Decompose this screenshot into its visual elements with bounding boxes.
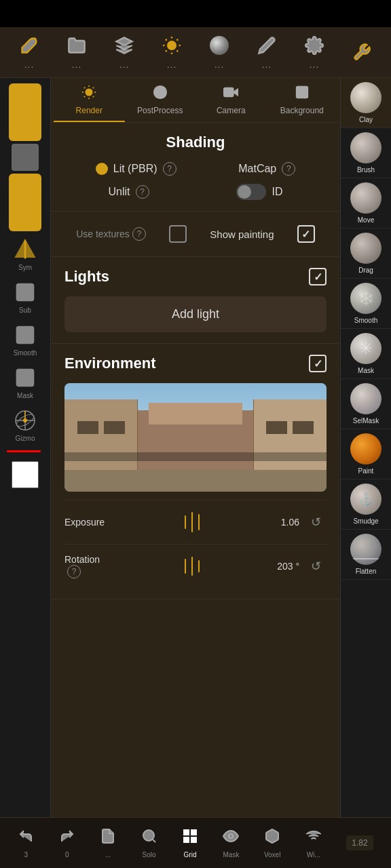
bottom-grid[interactable]: Grid bbox=[182, 828, 198, 859]
tool-mask[interactable]: ✳ Mask bbox=[341, 329, 391, 379]
sidebar-tool-gizmo[interactable]: Gizmo bbox=[10, 405, 41, 445]
svg-line-5 bbox=[176, 50, 178, 52]
toolbar-settings[interactable]: ... bbox=[303, 35, 325, 70]
tab-postprocess-label: PostProcess bbox=[137, 106, 183, 115]
tab-camera-icon bbox=[223, 85, 238, 103]
mask-left-label: Mask bbox=[17, 392, 33, 399]
voxel-label: Voxel bbox=[264, 851, 280, 859]
tab-camera[interactable]: Camera bbox=[196, 78, 267, 122]
shading-lit-pbr[interactable]: Lit (PBR) ? bbox=[96, 162, 176, 176]
toolbar-wrench[interactable] bbox=[351, 41, 373, 63]
svg-rect-41 bbox=[184, 830, 189, 835]
toolbar-brush[interactable]: ... bbox=[18, 35, 40, 70]
color-picker[interactable] bbox=[12, 461, 39, 488]
bottom-voxel[interactable]: Voxel bbox=[264, 828, 280, 859]
sym-label: Sym bbox=[18, 264, 32, 271]
bottom-solo[interactable]: Solo bbox=[141, 828, 157, 859]
pano-shadow bbox=[64, 452, 327, 461]
tool-brush[interactable]: Brush bbox=[341, 128, 391, 178]
lights-header: Lights bbox=[64, 268, 327, 285]
bottom-mask[interactable]: Mask bbox=[223, 828, 239, 859]
solo-label: Solo bbox=[143, 851, 156, 859]
bottom-files[interactable]: ... bbox=[100, 828, 116, 859]
tool-smudge[interactable]: ⚓ Smudge bbox=[341, 479, 391, 530]
toolbar-folder[interactable]: ... bbox=[66, 35, 88, 70]
tab-postprocess[interactable]: PostProcess bbox=[125, 78, 196, 122]
bottom-undo[interactable]: 3 bbox=[18, 828, 34, 859]
use-textures-checkbox[interactable] bbox=[169, 225, 187, 243]
svg-point-1 bbox=[168, 41, 176, 50]
matcap-help[interactable]: ? bbox=[282, 162, 295, 176]
toolbar-material[interactable]: ... bbox=[208, 35, 230, 70]
environment-checkbox[interactable] bbox=[309, 355, 327, 372]
sidebar-tool-sub[interactable]: Sub bbox=[10, 277, 41, 317]
bottom-wifi[interactable]: Wi... bbox=[305, 828, 322, 859]
rotation-help[interactable]: ? bbox=[67, 565, 81, 578]
sidebar-tool-smooth[interactable]: Smooth bbox=[10, 319, 41, 359]
svg-point-45 bbox=[229, 834, 233, 838]
rotation-ticks bbox=[124, 553, 260, 580]
tool-move[interactable]: Move bbox=[341, 178, 391, 229]
id-toggle[interactable] bbox=[236, 184, 266, 200]
mask-asterisk: ✳ bbox=[359, 339, 373, 358]
toolbar-settings-dots: ... bbox=[310, 59, 320, 70]
bottom-redo[interactable]: 0 bbox=[59, 828, 75, 859]
use-textures[interactable]: Use textures ? bbox=[76, 227, 146, 241]
move-ball-icon bbox=[350, 182, 381, 214]
exposure-slider[interactable] bbox=[124, 509, 260, 536]
tool-paint[interactable]: Paint bbox=[341, 429, 391, 479]
exposure-ticks bbox=[124, 509, 260, 536]
undo-count: 3 bbox=[24, 851, 28, 859]
shading-matcap[interactable]: MatCap ? bbox=[238, 162, 295, 176]
brush-ball-icon bbox=[350, 132, 381, 163]
tool-selmask[interactable]: SelMask bbox=[341, 379, 391, 429]
rotation-reset[interactable]: ↺ bbox=[305, 555, 327, 577]
toolbar-layers[interactable]: ... bbox=[113, 35, 135, 70]
tool-flatten[interactable]: Flatten bbox=[341, 530, 391, 580]
id-label: ID bbox=[272, 186, 282, 198]
lit-pbr-help[interactable]: ? bbox=[163, 162, 176, 176]
shading-unlit[interactable]: Unlit ? bbox=[108, 185, 149, 199]
sidebar-tool-mask[interactable]: Mask bbox=[10, 362, 41, 402]
tab-render[interactable]: Render bbox=[54, 78, 125, 122]
paint-ball-icon bbox=[350, 433, 381, 465]
files-icon bbox=[100, 828, 116, 848]
texture-row: Use textures ? Show painting bbox=[64, 217, 327, 251]
shading-id[interactable]: ID bbox=[236, 184, 282, 200]
unlit-help[interactable]: ? bbox=[136, 185, 149, 199]
rotation-tick-3 bbox=[198, 560, 200, 572]
tab-background[interactable]: Background bbox=[267, 78, 338, 122]
paint-label: Paint bbox=[358, 467, 374, 475]
exposure-reset[interactable]: ↺ bbox=[305, 511, 327, 533]
sub-label: Sub bbox=[19, 307, 31, 314]
id-toggle-knob bbox=[238, 185, 251, 199]
use-textures-help[interactable]: ? bbox=[132, 227, 146, 241]
toolbar-render[interactable]: ... bbox=[161, 35, 183, 70]
svg-rect-42 bbox=[191, 830, 196, 835]
exposure-row: Exposure 1.06 ↺ bbox=[64, 500, 327, 544]
tool-drag[interactable]: Drag bbox=[341, 229, 391, 279]
toolbar-pen[interactable]: ... bbox=[256, 35, 278, 70]
sidebar-tool-sym[interactable]: Sym bbox=[10, 234, 41, 274]
header-toolbar: ... ... ... bbox=[0, 27, 391, 78]
drag-ball-icon bbox=[350, 233, 381, 264]
rotation-slider[interactable] bbox=[124, 553, 260, 580]
lights-checkbox[interactable] bbox=[309, 268, 327, 285]
pano-window-2 bbox=[104, 421, 125, 434]
svg-line-40 bbox=[152, 839, 155, 842]
add-light-button[interactable]: Add light bbox=[64, 296, 327, 332]
tab-render-icon bbox=[81, 85, 96, 103]
color-swatch-secondary[interactable] bbox=[12, 144, 39, 171]
show-painting-checkbox[interactable] bbox=[297, 225, 315, 243]
svg-point-39 bbox=[143, 830, 154, 841]
tick-1 bbox=[185, 515, 186, 529]
textures-section: Use textures ? Show painting bbox=[51, 212, 340, 257]
tool-clay[interactable]: Clay bbox=[341, 78, 391, 128]
tool-smooth[interactable]: ❄ Smooth bbox=[341, 279, 391, 329]
rotation-value: 203 ° bbox=[265, 561, 299, 572]
svg-point-22 bbox=[23, 418, 27, 422]
color-swatch-alt[interactable] bbox=[9, 174, 41, 231]
svg-point-38 bbox=[299, 89, 301, 91]
color-swatch-primary[interactable] bbox=[9, 83, 41, 141]
environment-preview[interactable] bbox=[64, 383, 327, 492]
